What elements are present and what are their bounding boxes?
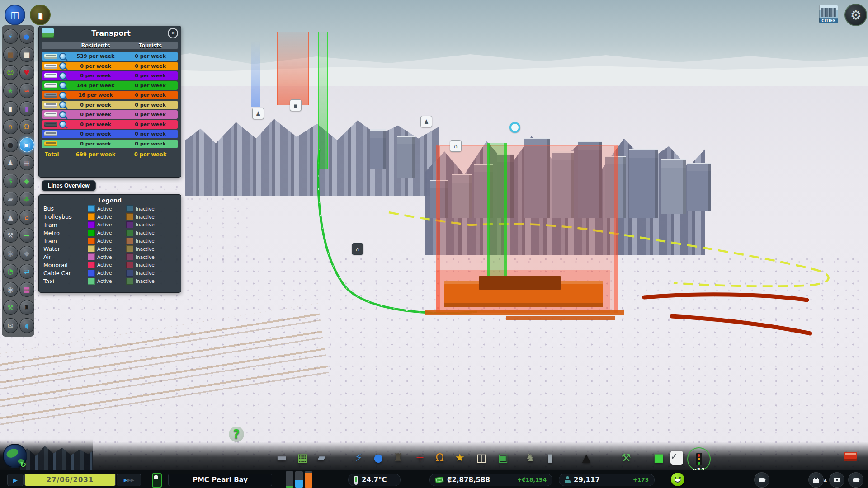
sidebar-item-electricity[interactable]: ⚡ bbox=[3, 29, 18, 44]
focus-magnifier-icon[interactable] bbox=[59, 101, 66, 108]
sidebar-item-screenshot[interactable]: ◉ bbox=[3, 246, 18, 261]
cinematic-camera-button[interactable] bbox=[754, 472, 769, 488]
money-icon: $ bbox=[8, 177, 13, 185]
sidebar-item-fishing[interactable]: ◖ bbox=[19, 318, 34, 333]
toolbar-zoning-button[interactable]: ▦ bbox=[294, 449, 311, 466]
lines-overview-button[interactable]: Lines Overview bbox=[42, 180, 96, 191]
sidebar-item-tourism-dome[interactable]: Ω bbox=[19, 119, 34, 134]
toolbar-fire-department-button[interactable]: Ω bbox=[431, 449, 448, 466]
focus-magnifier-icon[interactable] bbox=[59, 82, 66, 89]
day-night-toggle[interactable] bbox=[152, 473, 162, 488]
rci-demand-meter[interactable] bbox=[286, 471, 312, 488]
landscaping-icon: ⚒ bbox=[621, 451, 631, 464]
sidebar-item-garbage[interactable]: ■ bbox=[3, 47, 18, 62]
trolleybus-vehicle-icon bbox=[44, 64, 57, 69]
sidebar-item-noise[interactable]: ∩ bbox=[3, 119, 18, 134]
toolbar-mod-checkbox-button[interactable]: ✓ bbox=[668, 449, 685, 466]
active-color-swatch bbox=[88, 238, 95, 244]
sidebar-item-shipping-box[interactable]: ■ bbox=[19, 47, 34, 62]
citizen-badge[interactable]: ♟ bbox=[252, 108, 264, 119]
toolbar-roads-button[interactable]: ▬ bbox=[273, 449, 290, 466]
sidebar-item-industry-tools[interactable]: ⚒ bbox=[3, 300, 18, 315]
sim-speed-control[interactable]: ▶ ▶▶ bbox=[117, 474, 141, 486]
sidebar-item-crime[interactable]: ● bbox=[3, 137, 18, 152]
sidebar-item-terrain[interactable]: ▲ bbox=[3, 210, 18, 225]
focus-magnifier-icon[interactable] bbox=[59, 92, 66, 99]
close-button[interactable]: ✕ bbox=[168, 28, 178, 38]
population-icon bbox=[565, 476, 570, 483]
sidebar-item-map[interactable]: ▰ bbox=[3, 192, 18, 206]
sidebar-item-wind[interactable]: ≈ bbox=[19, 83, 34, 98]
toolbar-garbage-button[interactable]: ♜ bbox=[390, 449, 407, 466]
toolbar-monuments-button[interactable]: ▮ bbox=[542, 449, 559, 466]
transit-stop-ring[interactable] bbox=[509, 122, 520, 133]
sidebar-item-traffic[interactable]: ▮ bbox=[3, 101, 18, 116]
home-badge[interactable]: ⌂ bbox=[450, 140, 462, 152]
inactive-label: Inactive bbox=[136, 254, 165, 260]
focus-magnifier-icon[interactable] bbox=[59, 53, 66, 60]
sidebar-item-money[interactable]: $ bbox=[3, 174, 18, 188]
sidebar-item-happiness[interactable]: ☺ bbox=[3, 65, 18, 80]
toolbar-wonders-button[interactable]: ▲ bbox=[578, 449, 595, 466]
sidebar-item-factory[interactable]: ♜ bbox=[19, 300, 34, 315]
focus-magnifier-icon[interactable] bbox=[59, 62, 66, 70]
toolbar-healthcare-button[interactable]: + bbox=[411, 449, 429, 466]
recorder-button[interactable] bbox=[848, 472, 863, 488]
sidebar-item-maintenance[interactable]: ⚒ bbox=[3, 228, 18, 243]
sidebar-item-health[interactable]: ♥ bbox=[19, 65, 34, 80]
refresh-arrow-icon[interactable]: ↻ bbox=[20, 460, 26, 469]
sidebar-item-disaster[interactable]: ◆ bbox=[19, 246, 34, 261]
focus-magnifier-icon[interactable] bbox=[59, 72, 66, 80]
residents-value: 0 per week bbox=[68, 73, 123, 79]
happiness-smiley[interactable] bbox=[671, 473, 684, 486]
expand-arrow-icon[interactable]: ▲ bbox=[824, 478, 827, 482]
toolbar-mod-cube-button[interactable]: ■ bbox=[650, 449, 667, 466]
sidebar-item-routes[interactable]: ⇄ bbox=[19, 264, 34, 279]
tourism-dome-icon: Ω bbox=[24, 123, 29, 131]
game-logo-thumbnail[interactable]: CITIES bbox=[819, 5, 838, 23]
date-progress-bar[interactable]: 27/06/2031 bbox=[24, 474, 116, 486]
toolbar-parks-button[interactable]: ♞ bbox=[522, 449, 539, 466]
sidebar-item-park-overlay[interactable]: ◔ bbox=[3, 264, 18, 279]
toolbar-water-button[interactable]: ● bbox=[370, 449, 387, 466]
toolbar-police-button[interactable]: ★ bbox=[451, 449, 468, 466]
sidebar-item-entertainment[interactable]: ▦ bbox=[19, 282, 34, 297]
stop-badge[interactable]: ▪ bbox=[290, 99, 302, 111]
hazard-views-button[interactable]: ▮ bbox=[30, 5, 51, 25]
toolbar-districts-button[interactable]: ▰ bbox=[313, 449, 330, 466]
photo-camera-button[interactable] bbox=[829, 472, 844, 488]
focus-magnifier-icon[interactable] bbox=[59, 121, 66, 128]
sidebar-item-forest[interactable]: ♣ bbox=[19, 192, 34, 206]
population-pill[interactable]: 29,117 +173 bbox=[559, 474, 655, 486]
transport-panel-titlebar: Transport ✕ bbox=[39, 26, 181, 40]
toolbar-landscaping-button[interactable]: ⚒ bbox=[618, 449, 635, 466]
sidebar-item-fire-safety[interactable]: ⌂ bbox=[19, 210, 34, 225]
sidebar-item-building-levels[interactable]: ▦ bbox=[19, 155, 34, 170]
info-views-button[interactable]: ◫ bbox=[5, 5, 25, 25]
sidebar-item-water[interactable]: ● bbox=[19, 29, 34, 44]
toolbar-education-button[interactable]: ◫ bbox=[473, 449, 490, 466]
mod-train-button[interactable] bbox=[844, 452, 857, 461]
sidebar-item-transport[interactable]: ▣ bbox=[19, 137, 34, 152]
citizen-badge-2[interactable]: ♟ bbox=[420, 116, 432, 127]
play-pause-button[interactable]: ▶ bbox=[7, 474, 24, 486]
building bbox=[430, 180, 448, 218]
sidebar-item-outside-connections[interactable]: → bbox=[19, 228, 34, 243]
money-pill[interactable]: ₡2,878,588 +₡18,194 bbox=[429, 474, 552, 486]
sidebar-item-camera[interactable]: ◉ bbox=[3, 282, 18, 297]
options-button[interactable]: ⚙ bbox=[844, 4, 867, 26]
clapperboard-button[interactable] bbox=[808, 472, 824, 488]
sidebar-item-natural-resources[interactable]: ◆ bbox=[19, 174, 34, 188]
focus-magnifier-icon[interactable] bbox=[59, 111, 66, 118]
toolbar-transport-button[interactable]: ▣ bbox=[495, 449, 512, 466]
inactive-label: Inactive bbox=[136, 238, 165, 244]
toolbar-electricity-button[interactable]: ⚡ bbox=[350, 449, 367, 466]
sidebar-item-pollution[interactable]: ▮ bbox=[19, 101, 34, 116]
sidebar-item-population[interactable]: ♟ bbox=[3, 155, 18, 170]
sidebar-item-land-value[interactable]: ★ bbox=[3, 83, 18, 98]
building bbox=[397, 136, 415, 178]
sidebar-item-post[interactable]: ✉ bbox=[3, 318, 18, 333]
city-name-pill[interactable]: PMC Pearl Bay bbox=[168, 474, 272, 486]
home-badge-dark[interactable]: ⌂ bbox=[352, 243, 363, 255]
help-button[interactable]: ? bbox=[229, 427, 244, 442]
